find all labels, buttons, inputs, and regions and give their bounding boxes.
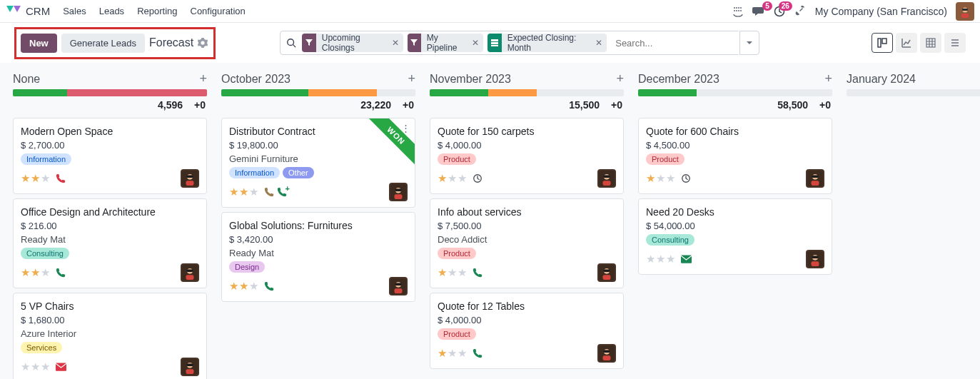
card-avatar[interactable] (597, 344, 616, 363)
search-dropdown-button[interactable] (739, 31, 759, 55)
star-icon[interactable]: ★ (239, 186, 248, 198)
tag[interactable]: Product (438, 328, 476, 340)
star-icon[interactable]: ★ (21, 360, 30, 373)
company-selector[interactable]: My Company (San Francisco) (815, 6, 947, 17)
tag[interactable]: Other (283, 167, 314, 178)
star-icon[interactable]: ★ (239, 280, 248, 293)
view-list-button[interactable] (944, 33, 966, 53)
star-icon[interactable]: ★ (229, 186, 238, 198)
kanban-card[interactable]: ⋮WONDistributor Contract$ 19,800.00Gemin… (221, 118, 415, 208)
activity-icon[interactable] (473, 173, 483, 183)
tag[interactable]: Information (21, 153, 71, 165)
star-icon[interactable]: ★ (31, 360, 40, 373)
activity-icon[interactable] (56, 173, 66, 183)
priority-stars[interactable]: ★★★ (229, 280, 258, 293)
priority-stars[interactable]: ★★★ (646, 172, 675, 185)
generate-leads-button[interactable]: Generate Leads (61, 34, 145, 53)
column-title[interactable]: November 2023 (430, 73, 511, 86)
column-progress[interactable] (847, 89, 980, 96)
activity-icon[interactable] (264, 281, 274, 291)
star-icon[interactable]: ★ (229, 280, 238, 293)
user-avatar[interactable] (956, 2, 974, 21)
card-avatar[interactable] (597, 263, 616, 282)
view-kanban-button[interactable] (872, 33, 893, 53)
tag[interactable]: Product (646, 153, 685, 165)
column-progress[interactable] (221, 89, 415, 96)
column-add-button[interactable]: + (199, 71, 207, 86)
priority-stars[interactable]: ★★★ (21, 172, 50, 185)
kanban-card[interactable]: Need 20 Desks$ 54,000.00Consulting★★★ (638, 198, 832, 275)
search-facet[interactable]: Expected Closing: Month✕ (488, 34, 607, 52)
column-add-button[interactable]: + (824, 71, 832, 86)
star-icon[interactable]: ★ (656, 172, 665, 185)
star-icon[interactable]: ★ (458, 172, 467, 185)
kanban-card[interactable]: Quote for 600 Chairs$ 4,500.00Product★★★ (638, 118, 832, 194)
card-avatar[interactable] (389, 183, 408, 201)
card-avatar[interactable] (181, 263, 199, 282)
messages-icon[interactable]: 5 (752, 6, 765, 17)
column-progress[interactable] (638, 89, 832, 96)
search-bar[interactable]: Upcoming Closings✕My Pipeline✕Expected C… (280, 31, 740, 55)
star-icon[interactable]: ★ (21, 172, 30, 185)
card-avatar[interactable] (806, 169, 824, 188)
activity-icon[interactable] (56, 268, 66, 278)
priority-stars[interactable]: ★★★ (21, 266, 50, 279)
priority-stars[interactable]: ★★★ (438, 266, 467, 279)
facet-remove-icon[interactable]: ✕ (468, 38, 483, 48)
activity-icon[interactable] (473, 268, 483, 278)
activity-icon[interactable] (681, 255, 692, 263)
star-icon[interactable]: ★ (438, 172, 447, 185)
search-facet[interactable]: My Pipeline✕ (408, 34, 483, 52)
star-icon[interactable]: ★ (646, 172, 655, 185)
star-icon[interactable]: ★ (438, 266, 447, 279)
menu-configuration[interactable]: Configuration (191, 6, 246, 16)
star-icon[interactable]: ★ (448, 172, 457, 185)
star-icon[interactable]: ★ (31, 172, 40, 185)
view-pivot-button[interactable] (920, 33, 941, 53)
tag[interactable]: Consulting (21, 248, 69, 259)
kanban-card[interactable]: Modern Open Space$ 2,700.00Information★★… (13, 118, 207, 194)
column-title[interactable]: October 2023 (221, 73, 291, 86)
kanban-card[interactable]: Quote for 12 Tables$ 4,000.00Product★★★ (430, 293, 624, 369)
tag[interactable]: Design (229, 261, 265, 273)
star-icon[interactable]: ★ (249, 280, 258, 293)
menu-reporting[interactable]: Reporting (137, 6, 177, 16)
card-avatar[interactable] (181, 358, 199, 376)
kanban-card[interactable]: Info about services$ 7,500.00Deco Addict… (430, 198, 624, 288)
search-input[interactable] (611, 31, 739, 54)
activity-icon[interactable] (56, 363, 66, 371)
priority-stars[interactable]: ★★★ (229, 186, 258, 198)
view-graph-button[interactable] (896, 33, 917, 53)
kanban-card[interactable]: Quote for 150 carpets$ 4,000.00Product★★… (430, 118, 624, 194)
tag[interactable]: Product (438, 153, 476, 165)
column-progress[interactable] (13, 89, 207, 96)
activities-icon[interactable]: 26 (774, 6, 785, 17)
tag[interactable]: Services (21, 342, 62, 353)
tools-icon[interactable] (794, 6, 805, 17)
star-icon[interactable]: ★ (249, 186, 258, 198)
column-title[interactable]: January 2024 (847, 73, 916, 86)
column-add-button[interactable]: + (616, 71, 624, 86)
activity-icon[interactable] (681, 173, 691, 183)
star-icon[interactable]: ★ (666, 172, 675, 185)
column-title[interactable]: December 2023 (638, 73, 719, 86)
star-icon[interactable]: ★ (448, 347, 457, 360)
dialpad-icon[interactable] (732, 6, 744, 17)
card-avatar[interactable] (806, 250, 824, 268)
tag[interactable]: Consulting (646, 234, 694, 246)
star-icon[interactable]: ★ (448, 266, 457, 279)
column-progress[interactable] (430, 89, 624, 96)
search-facet[interactable]: Upcoming Closings✕ (302, 34, 403, 52)
tag[interactable]: Product (438, 248, 476, 259)
star-icon[interactable]: ★ (656, 253, 665, 266)
menu-leads[interactable]: Leads (99, 6, 124, 16)
column-add-button[interactable]: + (408, 71, 415, 86)
tag[interactable]: Information (229, 167, 280, 178)
kanban-card[interactable]: Global Solutions: Furnitures$ 3,420.00Re… (221, 212, 415, 302)
card-avatar[interactable] (181, 169, 199, 188)
activity-icon[interactable]: + (264, 187, 287, 197)
priority-stars[interactable]: ★★★ (21, 360, 50, 373)
star-icon[interactable]: ★ (438, 347, 447, 360)
star-icon[interactable]: ★ (666, 253, 675, 266)
app-name[interactable]: CRM (26, 5, 50, 17)
